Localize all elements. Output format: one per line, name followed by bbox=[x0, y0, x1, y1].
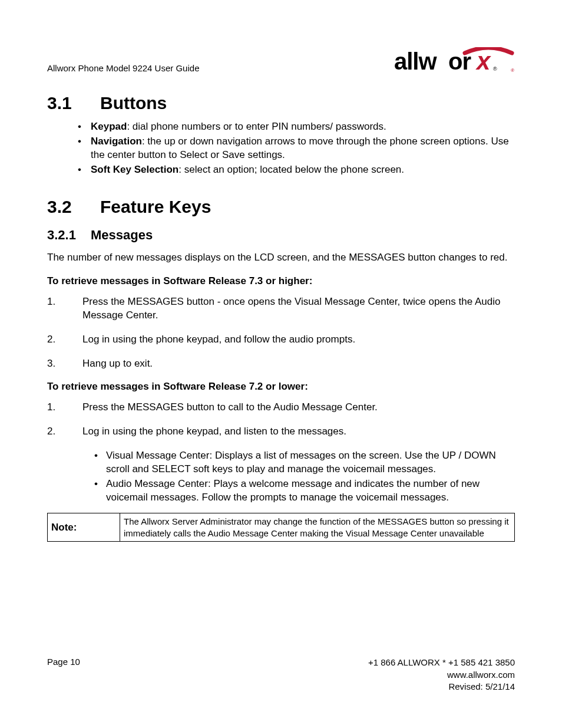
term-keypad: Keypad bbox=[91, 121, 127, 132]
heading-number: 3.1 bbox=[47, 93, 100, 113]
step-text: Press the MESSAGES button to call to the… bbox=[82, 401, 378, 413]
svg-text:®: ® bbox=[493, 66, 497, 72]
document-page: Allworx Phone Model 9224 User Guide allw… bbox=[0, 0, 562, 728]
list-item: Keypad: dial phone numbers or to enter P… bbox=[75, 120, 515, 134]
heading-3-1: 3.1 Buttons bbox=[47, 93, 515, 113]
header-title: Allworx Phone Model 9224 User Guide bbox=[47, 63, 199, 73]
retrieve-73-heading: To retrieve messages in Software Release… bbox=[47, 275, 515, 287]
svg-text:or: or bbox=[448, 48, 471, 73]
step-text: Log in using the phone keypad, and follo… bbox=[82, 334, 355, 345]
page-footer: Page 10 +1 866 ALLWORX * +1 585 421 3850… bbox=[47, 657, 515, 693]
retrieve-72-heading: To retrieve messages in Software Release… bbox=[47, 381, 515, 393]
step-number: 1. bbox=[47, 295, 55, 309]
term-softkey-desc: : select an option; located below the ph… bbox=[178, 164, 404, 175]
footer-revised: Revised: 5/21/14 bbox=[368, 681, 515, 693]
step-number: 2. bbox=[47, 425, 55, 439]
message-centers-list: Visual Message Center: Displays a list o… bbox=[93, 449, 515, 505]
list-item: 1.Press the MESSAGES button - once opens… bbox=[47, 295, 515, 322]
svg-text:allw: allw bbox=[394, 48, 437, 73]
heading-text: Messages bbox=[91, 228, 153, 243]
allworx-logo: allw or x ® ® bbox=[394, 47, 515, 73]
heading-number: 3.2 bbox=[47, 197, 100, 217]
heading-3-2-1: 3.2.1 Messages bbox=[47, 228, 515, 243]
steps-73-list: 1.Press the MESSAGES button - once opens… bbox=[47, 295, 515, 371]
heading-text: Feature Keys bbox=[100, 197, 211, 217]
svg-text:x: x bbox=[475, 47, 491, 73]
messages-intro: The number of new messages displays on t… bbox=[47, 251, 515, 265]
page-header: Allworx Phone Model 9224 User Guide allw… bbox=[47, 47, 515, 73]
footer-page-number: Page 10 bbox=[47, 657, 80, 667]
footer-contact: +1 866 ALLWORX * +1 585 421 3850 www.all… bbox=[368, 657, 515, 693]
list-item: Navigation: the up or down navigation ar… bbox=[75, 135, 515, 162]
note-label: Note: bbox=[48, 513, 120, 542]
list-item: Soft Key Selection: select an option; lo… bbox=[75, 163, 515, 177]
footer-phone: +1 866 ALLWORX * +1 585 421 3850 bbox=[368, 657, 515, 668]
list-item: 2.Log in using the phone keypad, and lis… bbox=[47, 425, 515, 439]
list-item: Audio Message Center: Plays a welcome me… bbox=[93, 477, 515, 505]
steps-72-list: 1.Press the MESSAGES button to call to t… bbox=[47, 401, 515, 439]
step-number: 2. bbox=[47, 333, 55, 347]
heading-number: 3.2.1 bbox=[47, 228, 91, 243]
step-text: Hang up to exit. bbox=[82, 358, 153, 369]
list-item: 1.Press the MESSAGES button to call to t… bbox=[47, 401, 515, 414]
note-table: Note: The Allworx Server Administrator m… bbox=[47, 513, 515, 542]
footer-url: www.allworx.com bbox=[368, 669, 515, 681]
heading-text: Buttons bbox=[100, 93, 167, 113]
term-softkey: Soft Key Selection bbox=[91, 164, 178, 175]
list-item: Visual Message Center: Displays a list o… bbox=[93, 449, 515, 476]
buttons-bullet-list: Keypad: dial phone numbers or to enter P… bbox=[75, 120, 515, 177]
heading-3-2: 3.2 Feature Keys bbox=[47, 197, 515, 217]
list-item: 3.Hang up to exit. bbox=[47, 357, 515, 371]
term-keypad-desc: : dial phone numbers or to enter PIN num… bbox=[127, 121, 386, 132]
step-text: Press the MESSAGES button - once opens t… bbox=[82, 296, 500, 321]
step-text: Log in using the phone keypad, and liste… bbox=[82, 426, 346, 437]
note-text: The Allworx Server Administrator may cha… bbox=[120, 513, 515, 542]
term-navigation-desc: : the up or down navigation arrows to mo… bbox=[91, 136, 509, 160]
svg-text:®: ® bbox=[511, 68, 514, 73]
step-number: 1. bbox=[47, 401, 55, 414]
term-navigation: Navigation bbox=[91, 136, 142, 147]
step-number: 3. bbox=[47, 357, 55, 371]
list-item: 2.Log in using the phone keypad, and fol… bbox=[47, 333, 515, 347]
